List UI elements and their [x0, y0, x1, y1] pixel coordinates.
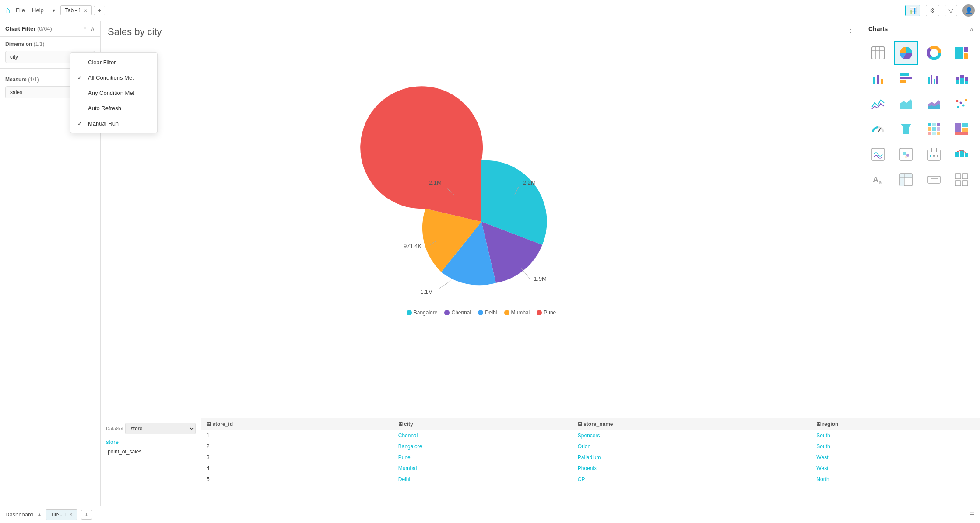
gauge-icon-cell[interactable]	[866, 117, 890, 141]
chart-view-button[interactable]: 📊	[905, 5, 920, 16]
dataset-item-store[interactable]: store	[106, 438, 196, 446]
svg-rect-9	[964, 47, 968, 52]
chart-more-icon[interactable]: ⋮	[847, 27, 855, 37]
col-store-id: ⊞ store_id	[201, 418, 393, 430]
svg-rect-15	[900, 77, 912, 79]
area2-icon-cell[interactable]	[922, 91, 946, 116]
svg-rect-58	[937, 155, 938, 157]
legend-dot-delhi	[478, 310, 483, 315]
add-tab-button[interactable]: +	[94, 6, 105, 15]
filter-title: Chart Filter (0/64)	[5, 25, 52, 32]
cell-city: Bangalore	[393, 441, 573, 452]
svg-rect-20	[936, 76, 938, 84]
svg-rect-8	[955, 47, 963, 59]
grid-table-icon-cell[interactable]	[949, 167, 974, 192]
hbar-icon-cell[interactable]	[894, 66, 918, 91]
svg-rect-44	[962, 123, 968, 127]
filter-view-button[interactable]: ⚙	[926, 5, 939, 16]
svg-rect-11	[873, 77, 875, 84]
chart-title: Sales by city	[108, 26, 162, 38]
table-row: 3 Pune Palladium West	[201, 452, 980, 463]
grid-table-icon	[955, 173, 969, 187]
cell-store-name: CP	[573, 474, 811, 485]
menu-file[interactable]: File	[14, 7, 27, 14]
legend-pune: Pune	[537, 310, 556, 316]
manual-run-item[interactable]: ✓ Manual Run	[70, 116, 157, 131]
avatar[interactable]: 👤	[962, 4, 975, 17]
filter-collapse-icon[interactable]: ∧	[91, 25, 95, 32]
dataset-select-row: DataSet store point_of_sales	[106, 423, 196, 434]
tab-dropdown[interactable]: ▾	[49, 6, 59, 15]
svg-rect-77	[962, 181, 968, 186]
menu-help[interactable]: Help	[30, 7, 46, 14]
scatter-icon-cell[interactable]	[949, 91, 974, 116]
text-icon-cell[interactable]: A a	[866, 167, 890, 192]
line-chennai	[521, 268, 530, 279]
manual-run-check: ✓	[77, 120, 84, 127]
label-pune: 2.1M	[429, 179, 442, 186]
svg-point-30	[965, 99, 967, 101]
treemap-icon-cell[interactable]	[949, 41, 974, 65]
chart-container: 2.2M 1.9M 1.1M 971.4K 2.1M	[101, 43, 862, 418]
geo-map2-icon-cell[interactable]	[894, 142, 918, 167]
card-icon-cell[interactable]	[922, 167, 946, 192]
svg-rect-43	[955, 123, 961, 132]
pivot-table-icon	[899, 173, 913, 187]
area-icon-cell[interactable]	[894, 91, 918, 116]
svg-rect-74	[955, 174, 961, 179]
heatmap-icon-cell[interactable]	[922, 117, 946, 141]
cell-store-name: Spencers	[573, 430, 811, 441]
label-chennai: 1.9M	[534, 275, 547, 282]
funnel-icon-cell[interactable]	[894, 117, 918, 141]
home-icon[interactable]: ⌂	[5, 5, 11, 15]
data-grid: ⊞ store_id ⊞ city ⊞ store_name ⊞ region …	[201, 418, 980, 506]
svg-text:A: A	[873, 175, 878, 184]
dataset-item-point-of-sales[interactable]: point_of_sales	[106, 448, 196, 456]
geo-map-icon-cell[interactable]	[866, 142, 890, 167]
stacked-bar-icon	[955, 71, 969, 85]
filter-icons: ⋮ ∧	[82, 25, 95, 32]
svg-point-50	[906, 154, 909, 157]
tab-bar: ▾ Tab - 1 ✕ +	[49, 5, 105, 15]
svg-rect-61	[965, 153, 968, 157]
cell-region: South	[811, 441, 980, 452]
pivot-table-icon-cell[interactable]	[894, 167, 918, 192]
sparkline-icon-cell[interactable]	[949, 142, 974, 167]
line-icon-cell[interactable]	[866, 91, 890, 116]
svg-point-7	[931, 50, 937, 56]
svg-rect-36	[937, 123, 940, 126]
calendar-icon-cell[interactable]	[922, 142, 946, 167]
treemap-icon	[955, 46, 969, 60]
tab-close[interactable]: ✕	[84, 8, 87, 13]
svg-point-49	[903, 152, 906, 155]
auto-refresh-item[interactable]: Auto Refresh	[70, 101, 157, 116]
donut-icon-cell[interactable]	[922, 41, 946, 65]
svg-rect-19	[934, 79, 935, 84]
bottom-area: DataSet store point_of_sales store point…	[101, 418, 980, 506]
funnel-button[interactable]: ▽	[945, 5, 957, 16]
grouped-bar-icon-cell[interactable]	[922, 66, 946, 91]
bar-icon-cell[interactable]	[866, 66, 890, 91]
clear-filter-item[interactable]: Clear Filter	[70, 55, 157, 70]
svg-point-27	[957, 106, 959, 108]
data-table: ⊞ store_id ⊞ city ⊞ store_name ⊞ region …	[201, 418, 980, 485]
pie-wrapper: 2.2M 1.9M 1.1M 971.4K 2.1M	[394, 145, 569, 316]
table-row: 1 Chennai Spencers South	[201, 430, 980, 441]
tab-1[interactable]: Tab - 1 ✕	[60, 5, 92, 15]
charts-panel-collapse[interactable]: ∧	[969, 26, 974, 32]
dataset-select[interactable]: store point_of_sales	[125, 423, 196, 434]
pie-icon-cell[interactable]	[894, 41, 918, 65]
filter-more-icon[interactable]: ⋮	[82, 25, 88, 32]
all-conditions-item[interactable]: ✓ All Conditions Met	[70, 70, 157, 85]
mosaic-icon-cell[interactable]	[949, 117, 974, 141]
table-icon-cell[interactable]	[866, 41, 890, 65]
col-city: ⊞ city	[393, 418, 573, 430]
top-bar: ⌂ File Help ▾ Tab - 1 ✕ + 📊 ⚙ ▽ 👤	[0, 0, 980, 21]
svg-rect-42	[937, 132, 940, 135]
svg-rect-41	[932, 132, 936, 135]
slice-pune[interactable]	[360, 86, 483, 222]
any-condition-item[interactable]: Any Condition Met	[70, 85, 157, 101]
svg-line-32	[878, 128, 881, 132]
cell-store-name: Orion	[573, 441, 811, 452]
stacked-bar-icon-cell[interactable]	[949, 66, 974, 91]
